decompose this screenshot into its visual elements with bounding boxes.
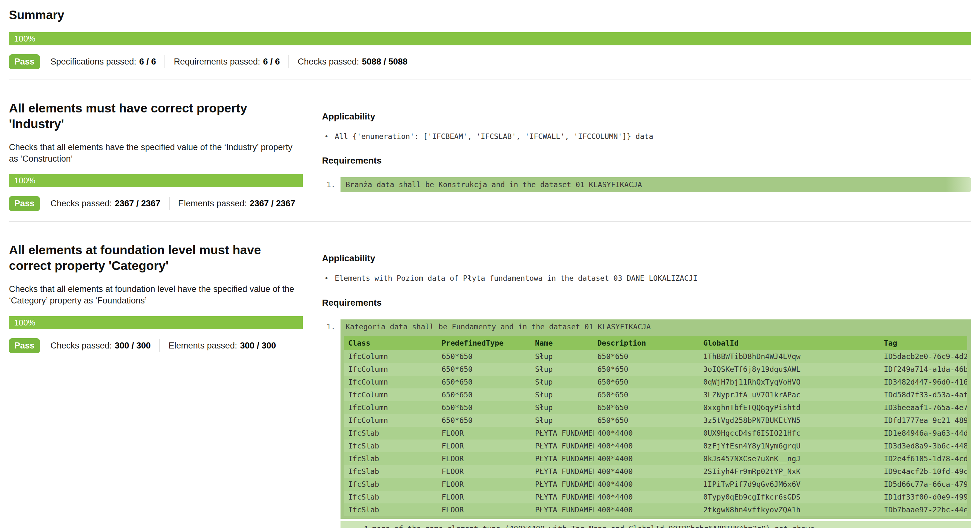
spec-stats-list: Checks passed:2367 / 2367 Elements passe… [42, 197, 304, 210]
table-header-cell: PredefinedType [438, 336, 531, 350]
cell-tag: ID5dacb2e0-76c9-4d22-b371-1204c455fd3a [880, 350, 967, 363]
cell-description: 650*650 [593, 414, 700, 427]
requirement-body: Branża data shall be Konstrukcja and in … [340, 177, 971, 192]
cell-name: Słup [531, 388, 593, 401]
cell-name: Słup [531, 414, 593, 427]
table-row: IfcColumn 650*650 Słup 650*650 3z5tVgd25… [344, 414, 967, 427]
requirement-result-block: Kategoria data shall be Fundamenty and i… [340, 320, 971, 519]
table-header-cell: Name [531, 336, 593, 350]
cell-predefined-type: 650*650 [438, 350, 531, 363]
cell-description: 650*650 [593, 363, 700, 375]
stat-item: Elements passed:2367 / 2367 [169, 197, 304, 210]
applicability-heading: Applicability [322, 111, 971, 122]
cell-tag: ID2e4f6105-1d78-4cda-81f8-87153efb1a93 [880, 452, 967, 465]
table-row: IfcColumn 650*650 Słup 650*650 3LZNyprJf… [344, 388, 967, 401]
cell-class: IfcSlab [344, 439, 438, 452]
table-row: IfcColumn 650*650 Słup 650*650 3oIQSKeTf… [344, 363, 967, 375]
cell-globalid: 2SIiyh4Fr9mRp02tYP_NxK [700, 465, 880, 478]
elements-table-wrap: Class PredefinedType Name Description Gl… [340, 334, 971, 516]
section-divider [9, 221, 971, 222]
cell-tag: ID1e84946a-9a63-44da-9192-712602051a66 [880, 427, 967, 439]
spec-progress-label: 100% [14, 318, 35, 328]
cell-description: 650*650 [593, 350, 700, 363]
spec-stats-list: Checks passed:300 / 300 Elements passed:… [42, 339, 285, 352]
cell-class: IfcColumn [344, 375, 438, 388]
cell-name: PŁYTA FUNDAMENTOWA [531, 439, 593, 452]
requirement-item: 1. Kategoria data shall be Fundamenty an… [322, 320, 971, 528]
cell-predefined-type: 650*650 [438, 375, 531, 388]
cell-description: 650*650 [593, 401, 700, 414]
spec-progress-bar: 100% [9, 174, 303, 187]
cell-name: Słup [531, 363, 593, 375]
cell-tag: ID1df33f00-d0e9-499a-a4a9-ba6d46d90345 [880, 491, 967, 503]
requirement-body: Kategoria data shall be Fundamenty and i… [340, 320, 971, 528]
cell-class: IfcColumn [344, 401, 438, 414]
cell-predefined-type: FLOOR [438, 439, 531, 452]
cell-name: PŁYTA FUNDAMENTOWA [531, 478, 593, 491]
applicability-heading: Applicability [322, 253, 971, 264]
cell-tag: IDfd1777ea-9c21-4895-95c7-2de50ede25c5 [880, 414, 967, 427]
stat-label: Checks passed: [51, 199, 112, 208]
cell-predefined-type: 650*650 [438, 363, 531, 375]
cell-name: Słup [531, 375, 593, 388]
cell-globalid: 3z5tVgd258bPN7BUKEtYN5 [700, 414, 880, 427]
cell-globalid: 3oIQSKeTf6j8y19dgu$AWL [700, 363, 880, 375]
stat-value: 2367 / 2367 [115, 199, 160, 208]
cell-tag: IDd58d7f33-d53a-4afb-87c7-601bb5299926 [880, 388, 967, 401]
spec-detail-column: Applicability Elements with Poziom data … [322, 242, 971, 528]
cell-globalid: 3LZNyprJfA_uV7O1krAPac [700, 388, 880, 401]
cell-class: IfcColumn [344, 363, 438, 375]
summary-section: Summary 100% Pass Specifications passed:… [9, 8, 971, 69]
table-row: IfcColumn 650*650 Słup 650*650 0xxghnTbf… [344, 401, 967, 414]
stat-item: Requirements passed:6 / 6 [164, 55, 288, 68]
cell-predefined-type: FLOOR [438, 452, 531, 465]
specification-section-category: All elements at foundation level must ha… [9, 242, 971, 528]
elements-table-head: Class PredefinedType Name Description Gl… [344, 336, 967, 350]
table-header-cell: Tag [880, 336, 967, 350]
summary-stats-row: Pass Specifications passed:6 / 6 Require… [9, 54, 971, 69]
requirement-text-bar: Kategoria data shall be Fundamenty and i… [340, 320, 971, 334]
stat-item: Checks passed:5088 / 5088 [288, 55, 416, 68]
cell-name: Słup [531, 401, 593, 414]
spec-pass-badge: Pass [9, 196, 40, 211]
cell-class: IfcSlab [344, 452, 438, 465]
cell-name: PŁYTA FUNDAMENTOWA [531, 503, 593, 516]
spec-description: Checks that all elements at foundation l… [9, 283, 303, 307]
cell-globalid: 0xxghnTbfETQQ6qyPishtd [700, 401, 880, 414]
spec-progress-label: 100% [14, 176, 35, 186]
table-row: IfcSlab FLOOR PŁYTA FUNDAMENTOWA 400*440… [344, 452, 967, 465]
cell-globalid: 1ThBBWTibD8hDn4WJ4LVqw [700, 350, 880, 363]
cell-globalid: 0UX9HgccD4sf6ISIO21Hfc [700, 427, 880, 439]
table-row: IfcSlab FLOOR PŁYTA FUNDAMENTOWA 400*440… [344, 465, 967, 478]
cell-tag: ID3beeaaf1-765a-4e75-a686-d3c66cdabde7 [880, 401, 967, 414]
cell-description: 400*4400 [593, 503, 700, 516]
cell-name: PŁYTA FUNDAMENTOWA [531, 452, 593, 465]
cell-predefined-type: FLOOR [438, 491, 531, 503]
stat-value: 300 / 300 [240, 341, 276, 350]
applicability-item: Elements with Poziom data of Płyta funda… [322, 273, 971, 283]
more-elements-note: ... 4 more of the same element type (400… [340, 521, 971, 528]
cell-predefined-type: 650*650 [438, 388, 531, 401]
requirements-heading: Requirements [322, 298, 971, 308]
stat-label: Specifications passed: [51, 57, 137, 67]
elements-table: Class PredefinedType Name Description Gl… [344, 336, 967, 516]
spec-title: All elements at foundation level must ha… [9, 242, 303, 274]
cell-globalid: 2tkgwN8hn4vffkyovZQA1h [700, 503, 880, 516]
cell-globalid: 0qWjH7bj11RhQxTyqVoHVQ [700, 375, 880, 388]
spec-progress-bar: 100% [9, 316, 303, 329]
stat-value: 300 / 300 [115, 341, 151, 350]
table-row: IfcSlab FLOOR PŁYTA FUNDAMENTOWA 400*440… [344, 427, 967, 439]
cell-name: PŁYTA FUNDAMENTOWA [531, 465, 593, 478]
spec-stats-row: Pass Checks passed:2367 / 2367 Elements … [9, 196, 303, 211]
cell-globalid: 0kJs457NXCse7uXnK__ngJ [700, 452, 880, 465]
cell-globalid: 1IPiTwPif7d9qGv6JM6x6V [700, 478, 880, 491]
cell-tag: ID3482d447-96d0-416e-b6bb-77cd1fc917da [880, 375, 967, 388]
stat-label: Checks passed: [51, 341, 112, 350]
spec-stats-row: Pass Checks passed:300 / 300 Elements pa… [9, 338, 303, 353]
summary-stats-list: Specifications passed:6 / 6 Requirements… [42, 55, 416, 68]
section-divider [9, 80, 971, 80]
table-header-cell: Class [344, 336, 438, 350]
page-title: Summary [9, 8, 971, 22]
spec-summary-column: All elements must have correct property … [9, 101, 303, 211]
cell-predefined-type: FLOOR [438, 503, 531, 516]
